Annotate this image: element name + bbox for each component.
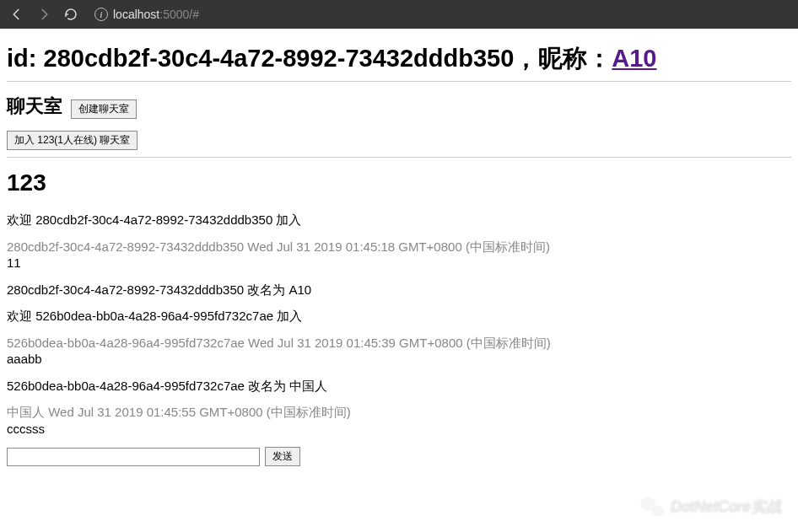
chatroom-title: 聊天室 xyxy=(7,94,62,119)
message-body: cccsss xyxy=(7,421,791,438)
divider xyxy=(7,81,791,82)
divider xyxy=(7,157,791,158)
chat-message: 526b0dea-bb0a-4a28-96a4-995fd732c7ae Wed… xyxy=(7,335,791,368)
chat-input[interactable] xyxy=(7,448,260,466)
page-content: id: 280cdb2f-30c4-4a72-8992-73432dddb350… xyxy=(0,29,798,473)
system-message: 526b0dea-bb0a-4a28-96a4-995fd732c7ae 改名为… xyxy=(7,378,791,395)
info-icon: i xyxy=(94,8,108,21)
sep: ， xyxy=(514,45,538,72)
reload-button[interactable] xyxy=(61,4,81,24)
message-body: 11 xyxy=(7,255,791,271)
id-label: id: xyxy=(7,45,44,72)
message-body: aaabb xyxy=(7,351,791,368)
chat-message: 中国人 Wed Jul 31 2019 01:45:55 GMT+0800 (中… xyxy=(7,404,791,437)
chat-message: 280cdb2f-30c4-4a72-8992-73432dddb350 Wed… xyxy=(7,239,791,271)
nickname-label: 昵称： xyxy=(538,45,612,72)
system-message: 280cdb2f-30c4-4a72-8992-73432dddb350 改名为… xyxy=(7,282,791,298)
nickname-link[interactable]: A10 xyxy=(612,45,656,72)
message-meta: 280cdb2f-30c4-4a72-8992-73432dddb350 Wed… xyxy=(7,239,550,254)
back-button[interactable] xyxy=(7,4,27,24)
message-list: 欢迎 280cdb2f-30c4-4a72-8992-73432dddb350 … xyxy=(7,212,791,437)
browser-bar: i localhost:5000/# xyxy=(0,0,798,29)
forward-button[interactable] xyxy=(34,4,54,24)
page-title: id: 280cdb2f-30c4-4a72-8992-73432dddb350… xyxy=(7,42,791,76)
message-meta: 中国人 Wed Jul 31 2019 01:45:55 GMT+0800 (中… xyxy=(7,405,351,419)
current-room-name: 123 xyxy=(7,169,791,196)
id-value: 280cdb2f-30c4-4a72-8992-73432dddb350 xyxy=(44,45,515,72)
address-bar[interactable]: i localhost:5000/# xyxy=(94,8,199,21)
send-button[interactable]: 发送 xyxy=(265,447,300,466)
create-room-button[interactable]: 创建聊天室 xyxy=(71,99,137,119)
input-row: 发送 xyxy=(7,447,791,466)
join-room-button[interactable]: 加入 123(1人在线) 聊天室 xyxy=(7,131,137,150)
url-host: localhost xyxy=(113,8,159,21)
url-rest: :5000/# xyxy=(159,8,199,21)
message-meta: 526b0dea-bb0a-4a28-96a4-995fd732c7ae Wed… xyxy=(7,336,551,350)
system-message: 欢迎 526b0dea-bb0a-4a28-96a4-995fd732c7ae … xyxy=(7,308,791,325)
system-message: 欢迎 280cdb2f-30c4-4a72-8992-73432dddb350 … xyxy=(7,212,791,228)
chatroom-section: 聊天室 创建聊天室 xyxy=(7,94,791,119)
